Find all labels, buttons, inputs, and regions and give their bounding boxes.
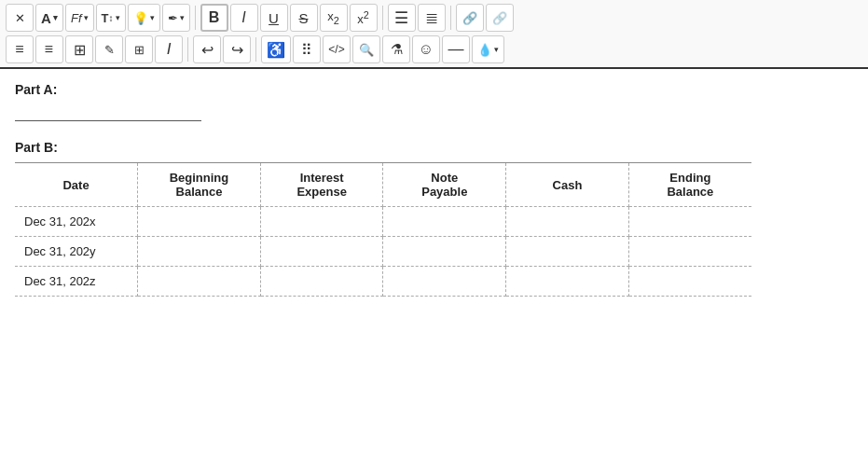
accessibility-icon: ♿ <box>267 41 285 59</box>
underline-icon: U <box>269 10 279 26</box>
clear-formatting-icon: ✕ <box>15 11 25 25</box>
row1-cash <box>506 207 629 237</box>
separator-2 <box>382 6 383 30</box>
drop-icon: 💧 <box>477 43 492 57</box>
bulb-icon: 💡 <box>133 11 148 25</box>
italic-button[interactable]: I <box>230 4 258 32</box>
grid-icon: ⠿ <box>301 41 312 59</box>
flask-icon: ⚗ <box>391 41 403 58</box>
table-icon: ⊞ <box>134 43 145 57</box>
content-area: Part A: Part B: Date Beginning Balance I… <box>0 69 868 306</box>
col-cash-header: Cash <box>506 163 629 207</box>
zoom-in-button[interactable]: 🔍 <box>352 35 380 63</box>
unlink-button[interactable]: 🔗 <box>486 4 514 32</box>
row3-cash <box>506 267 629 297</box>
link-icon: 🔗 <box>462 11 477 25</box>
drop-arrow: ▾ <box>494 45 499 54</box>
pen-icon: ✒ <box>168 11 178 25</box>
smiley-button[interactable]: ☺ <box>412 35 440 63</box>
flask-button[interactable]: ⚗ <box>382 35 410 63</box>
font-size-icon: T <box>102 11 109 25</box>
code-icon: </> <box>328 43 344 56</box>
row3-note-payable <box>383 267 506 297</box>
row2-ending-balance <box>628 237 751 267</box>
bold-button[interactable]: B <box>200 4 228 32</box>
edit-button[interactable]: ✎ <box>95 35 123 63</box>
table-header-row: Date Beginning Balance Interest Expense … <box>15 163 751 207</box>
separator-3 <box>450 6 451 30</box>
align-left-button[interactable]: ≡ <box>6 35 34 63</box>
table-wrapper: Date Beginning Balance Interest Expense … <box>15 162 853 297</box>
subscript-button[interactable]: x2 <box>320 4 348 32</box>
clear-formatting-button[interactable]: ✕ <box>6 4 34 32</box>
table-row: Dec 31, 202x <box>15 207 751 237</box>
subscript-icon: x2 <box>327 9 339 26</box>
code-button[interactable]: </> <box>323 35 351 63</box>
font-ff-icon: Ff <box>71 11 82 25</box>
bold-icon: B <box>209 9 220 26</box>
col-date-header: Date <box>15 163 138 207</box>
row2-beginning-balance <box>138 237 261 267</box>
font-size-button[interactable]: T↕▾ <box>96 4 126 32</box>
col-beginning-balance-header: Beginning Balance <box>138 163 261 207</box>
cursor-icon: I <box>167 40 172 59</box>
ordered-list-button[interactable]: ≣ <box>418 4 446 32</box>
superscript-icon: x2 <box>357 9 369 26</box>
redo-button[interactable]: ↪ <box>223 35 251 63</box>
row1-note-payable <box>383 207 506 237</box>
align-right-button[interactable]: ≡ <box>35 35 63 63</box>
col-interest-expense-header: Interest Expense <box>260 163 383 207</box>
superscript-button[interactable]: x2 <box>350 4 378 32</box>
strikethrough-button[interactable]: S <box>290 4 318 32</box>
col-note-payable-header: Note Payable <box>383 163 506 207</box>
ordered-list-icon: ≣ <box>425 8 438 28</box>
separator-1 <box>195 6 196 30</box>
toolbar-row-1: ✕ A▾ Ff▾ T↕▾ 💡▾ ✒▾ B I U S <box>6 4 862 32</box>
font-arrow: ▾ <box>53 13 58 22</box>
unordered-list-icon: ☰ <box>394 8 408 28</box>
zoom-icon: 🔍 <box>359 43 374 57</box>
row2-date: Dec 31, 202y <box>15 237 138 267</box>
highlight-button[interactable]: 💡▾ <box>128 4 160 32</box>
row1-interest-expense <box>260 207 383 237</box>
grid-view-button[interactable]: ⠿ <box>293 35 321 63</box>
underline-button[interactable]: U <box>260 4 288 32</box>
font-size-sub: ↕ <box>109 13 114 23</box>
minus-button[interactable]: — <box>442 35 470 63</box>
drop-color-button[interactable]: 💧▾ <box>472 35 504 63</box>
font-style-button[interactable]: Ff▾ <box>65 4 94 32</box>
part-b-label: Part B: <box>15 140 853 155</box>
edit-pencil-icon: ✎ <box>104 43 115 57</box>
unordered-list-button[interactable]: ☰ <box>388 4 416 32</box>
calculator-icon: ⊞ <box>74 41 86 59</box>
align-left-icon: ≡ <box>15 41 23 58</box>
calculator-button[interactable]: ⊞ <box>65 35 93 63</box>
font-a-icon: A <box>41 10 51 26</box>
row1-beginning-balance <box>138 207 261 237</box>
link-button[interactable]: 🔗 <box>456 4 484 32</box>
table-row: Dec 31, 202z <box>15 267 751 297</box>
font-family-button[interactable]: A▾ <box>35 4 63 32</box>
strikethrough-icon: S <box>299 10 309 26</box>
accessibility-button[interactable]: ♿ <box>261 35 291 63</box>
row2-note-payable <box>383 237 506 267</box>
undo-icon: ↩ <box>201 41 214 59</box>
toolbar: ✕ A▾ Ff▾ T↕▾ 💡▾ ✒▾ B I U S <box>0 0 868 69</box>
part-a-label: Part A: <box>15 82 853 97</box>
italic-icon: I <box>241 9 245 26</box>
pen-arrow: ▾ <box>180 13 185 22</box>
unlink-icon: 🔗 <box>492 11 507 25</box>
undo-button[interactable]: ↩ <box>193 35 221 63</box>
align-right-icon: ≡ <box>45 41 53 58</box>
part-a-blank <box>15 104 201 121</box>
minus-icon: — <box>448 40 464 59</box>
row3-interest-expense <box>260 267 383 297</box>
pen-button[interactable]: ✒▾ <box>162 4 190 32</box>
redo-icon: ↪ <box>231 41 243 59</box>
table-insert-button[interactable]: ⊞ <box>125 35 153 63</box>
cursor-button[interactable]: I <box>155 35 183 63</box>
col-ending-balance-header: Ending Balance <box>628 163 751 207</box>
smiley-icon: ☺ <box>419 41 434 58</box>
row2-interest-expense <box>260 237 383 267</box>
separator-4 <box>187 37 188 62</box>
